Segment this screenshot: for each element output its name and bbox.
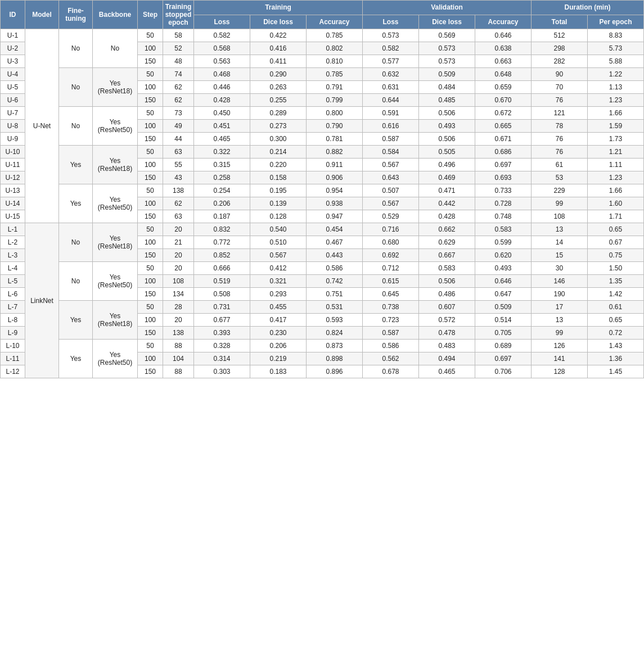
col-header-dur-total: Total (532, 15, 588, 29)
cell-va_dice: 0.485 (419, 94, 475, 107)
cell-id: L-7 (1, 301, 25, 314)
col-header-backbone: Backbone (93, 1, 138, 29)
cell-dur-epoch: 1.36 (588, 352, 644, 365)
cell-epoch: 88 (163, 365, 194, 378)
cell-va_acc: 0.646 (475, 29, 532, 42)
cell-backbone: Yes(ResNet18) (93, 223, 138, 262)
cell-epoch: 62 (163, 94, 194, 107)
cell-step: 150 (138, 327, 163, 340)
cell-epoch: 20 (163, 249, 194, 262)
cell-tr_acc: 0.873 (307, 340, 363, 352)
cell-backbone: Yes(ResNet50) (93, 184, 138, 223)
cell-step: 150 (138, 210, 163, 223)
cell-tr_dice: 0.195 (250, 184, 307, 197)
cell-va_acc: 0.620 (475, 249, 532, 262)
cell-tr_dice: 0.214 (250, 146, 307, 159)
cell-epoch: 108 (163, 275, 194, 288)
cell-dur-total: 108 (532, 210, 588, 223)
cell-tr_loss: 0.206 (194, 197, 250, 210)
cell-dur-total: 99 (532, 327, 588, 340)
cell-dur-epoch: 0.65 (588, 223, 644, 236)
cell-va_loss: 0.615 (363, 275, 419, 288)
cell-dur-epoch: 8.83 (588, 29, 644, 42)
cell-va_acc: 0.514 (475, 314, 532, 327)
col-header-tr-acc: Accuracy (307, 15, 363, 29)
cell-tr_dice: 0.540 (250, 223, 307, 236)
cell-tr_dice: 0.567 (250, 249, 307, 262)
cell-dur-epoch: 1.66 (588, 107, 644, 120)
cell-tr_loss: 0.322 (194, 146, 250, 159)
cell-va_acc: 0.647 (475, 288, 532, 301)
cell-va_dice: 0.506 (419, 133, 475, 146)
cell-tr_acc: 0.454 (307, 223, 363, 236)
cell-epoch: 138 (163, 327, 194, 340)
cell-dur-epoch: 1.43 (588, 340, 644, 352)
cell-epoch: 28 (163, 301, 194, 314)
cell-step: 50 (138, 29, 163, 42)
cell-finetuning: No (59, 68, 93, 107)
cell-va_loss: 0.591 (363, 107, 419, 120)
cell-tr_loss: 0.393 (194, 327, 250, 340)
cell-id: U-14 (1, 197, 25, 210)
cell-finetuning: No (59, 223, 93, 262)
cell-epoch: 20 (163, 314, 194, 327)
cell-va_acc: 0.638 (475, 42, 532, 55)
cell-step: 100 (138, 159, 163, 171)
cell-tr_dice: 0.321 (250, 275, 307, 288)
cell-dur-epoch: 1.42 (588, 288, 644, 301)
cell-va_loss: 0.643 (363, 171, 419, 184)
cell-tr_loss: 0.446 (194, 81, 250, 94)
cell-dur-total: 141 (532, 352, 588, 365)
cell-tr_acc: 0.882 (307, 146, 363, 159)
cell-tr_dice: 0.411 (250, 55, 307, 68)
cell-epoch: 20 (163, 262, 194, 275)
table-row: U-10YesYes(ResNet18)50630.3220.2140.8820… (1, 146, 644, 159)
cell-dur-total: 229 (532, 184, 588, 197)
cell-tr_dice: 0.422 (250, 29, 307, 42)
cell-va_acc: 0.599 (475, 236, 532, 249)
cell-dur-epoch: 1.21 (588, 146, 644, 159)
cell-tr_acc: 0.938 (307, 197, 363, 210)
cell-id: L-5 (1, 275, 25, 288)
cell-step: 100 (138, 81, 163, 94)
cell-tr_dice: 0.128 (250, 210, 307, 223)
cell-id: L-3 (1, 249, 25, 262)
cell-epoch: 88 (163, 340, 194, 352)
cell-epoch: 74 (163, 68, 194, 81)
cell-va_dice: 0.483 (419, 340, 475, 352)
cell-id: L-4 (1, 262, 25, 275)
cell-epoch: 48 (163, 55, 194, 68)
cell-tr_acc: 0.799 (307, 94, 363, 107)
cell-id: U-3 (1, 55, 25, 68)
cell-backbone: No (93, 29, 138, 68)
col-header-tr-dice: Dice loss (250, 15, 307, 29)
cell-tr_acc: 0.954 (307, 184, 363, 197)
cell-dur-epoch: 1.66 (588, 184, 644, 197)
cell-epoch: 49 (163, 120, 194, 133)
cell-tr_dice: 0.300 (250, 133, 307, 146)
cell-dur-total: 76 (532, 94, 588, 107)
cell-id: L-8 (1, 314, 25, 327)
cell-dur-total: 90 (532, 68, 588, 81)
cell-dur-epoch: 1.13 (588, 81, 644, 94)
cell-tr_dice: 0.139 (250, 197, 307, 210)
cell-tr_acc: 0.531 (307, 301, 363, 314)
cell-va_dice: 0.509 (419, 68, 475, 81)
cell-va_acc: 0.648 (475, 68, 532, 81)
cell-step: 50 (138, 107, 163, 120)
col-header-dur-epoch: Per epoch (588, 15, 644, 29)
cell-tr_acc: 0.810 (307, 55, 363, 68)
cell-step: 50 (138, 340, 163, 352)
table-row: U-13YesYes(ResNet50)501380.2540.1950.954… (1, 184, 644, 197)
cell-epoch: 52 (163, 42, 194, 55)
cell-va_dice: 0.573 (419, 55, 475, 68)
cell-step: 100 (138, 120, 163, 133)
cell-va_loss: 0.586 (363, 340, 419, 352)
cell-va_dice: 0.486 (419, 288, 475, 301)
cell-va_dice: 0.629 (419, 236, 475, 249)
cell-dur-epoch: 1.35 (588, 275, 644, 288)
cell-va_acc: 0.663 (475, 55, 532, 68)
cell-dur-epoch: 1.50 (588, 262, 644, 275)
cell-va_loss: 0.738 (363, 301, 419, 314)
cell-finetuning: No (59, 107, 93, 146)
